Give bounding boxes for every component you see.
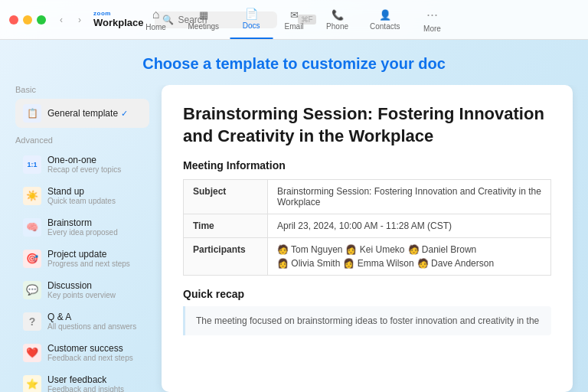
project-update-text: Project update Progress and next steps [47, 249, 142, 268]
project-update-name: Project update [47, 249, 142, 260]
subject-value: Brainstorming Session: Fostering Innovat… [268, 180, 551, 214]
participants-value: 🧑 Tom Nguyen 👩 Kei Umeko 🧑 Daniel Brown … [268, 238, 551, 276]
discussion-icon: 💬 [23, 281, 41, 299]
tab-email-label: Email [285, 22, 304, 31]
contacts-icon: 👤 [379, 9, 391, 21]
template-item-qa[interactable]: ? Q & A All questions and answers [15, 306, 149, 336]
back-button[interactable]: ‹ [54, 12, 69, 28]
doc-title: Brainstorming Session: Fostering Innovat… [183, 103, 551, 147]
advanced-section-label: Advanced [15, 136, 149, 145]
basic-section-label: Basic [15, 85, 149, 94]
time-value: April 23, 2024, 10:00 AM - 11:28 AM (CST… [268, 214, 551, 238]
template-item-one-on-one[interactable]: 1:1 One-on-one Recap of every topics [15, 149, 149, 179]
tab-meetings[interactable]: ▦ Meetings [178, 0, 230, 39]
discussion-name: Discussion [47, 280, 142, 291]
preview-pane: Brainstorming Session: Fostering Innovat… [162, 85, 573, 392]
forward-button[interactable]: › [72, 12, 87, 28]
standup-desc: Quick team updates [47, 197, 142, 205]
maximize-button[interactable] [37, 15, 46, 24]
template-item-standup[interactable]: ☀️ Stand up Quick team updates [15, 181, 149, 211]
template-item-customer-success[interactable]: ❤️ Customer success Feedback and next st… [15, 338, 149, 368]
brainstorm-text: Brainstorm Every idea proposed [47, 217, 142, 237]
template-item-general[interactable]: 📋 General template ✓ [15, 99, 149, 128]
table-row-participants: Participants 🧑 Tom Nguyen 👩 Kei Umeko 🧑 … [184, 238, 551, 276]
user-feedback-desc: Feedback and insights [47, 385, 142, 392]
tab-contacts-label: Contacts [370, 22, 400, 31]
time-label: Time [184, 214, 268, 238]
template-header: Choose a template to customize your doc [0, 40, 588, 85]
participants-label: Participants [184, 238, 268, 276]
project-update-icon: 🎯 [23, 250, 41, 268]
customer-success-name: Customer success [47, 343, 142, 354]
participant-kei: 👩 Kei Umeko [345, 244, 404, 255]
quick-recap-box: The meeting focused on brainstorming ide… [183, 306, 551, 335]
general-template-name: General template ✓ [47, 108, 142, 119]
meetings-icon: ▦ [199, 9, 208, 21]
general-template-icon: 📋 [23, 104, 41, 122]
brainstorm-icon: 🧠 [23, 218, 41, 237]
table-row-subject: Subject Brainstorming Session: Fostering… [184, 180, 551, 214]
tab-phone-label: Phone [326, 22, 348, 31]
traffic-lights [9, 15, 46, 24]
quick-recap-label: Quick recap [183, 288, 551, 300]
one-on-one-text: One-on-one Recap of every topics [47, 155, 142, 174]
discussion-desc: Key points overview [47, 291, 142, 299]
close-button[interactable] [9, 15, 18, 24]
user-feedback-name: User feedback [47, 374, 142, 385]
standup-icon: ☀️ [23, 187, 41, 205]
table-row-time: Time April 23, 2024, 10:00 AM - 11:28 AM… [184, 214, 551, 238]
participant-daniel: 🧑 Daniel Brown [408, 244, 477, 255]
titlebar: ‹ › zoom Workplace 🔍 ⌘F ⌂ Home ▦ Meeting… [0, 0, 588, 40]
tab-docs[interactable]: 📄 Docs [230, 0, 273, 39]
template-item-discussion[interactable]: 💬 Discussion Key points overview [15, 275, 149, 305]
participants-cell: 🧑 Tom Nguyen 👩 Kei Umeko 🧑 Daniel Brown … [277, 244, 541, 269]
project-update-desc: Progress and next steps [47, 260, 142, 268]
meeting-info-label: Meeting Information [183, 159, 551, 172]
minimize-button[interactable] [23, 15, 32, 24]
qa-icon: ? [23, 312, 41, 331]
tab-email[interactable]: ✉ Email [273, 0, 315, 39]
customer-success-icon: ❤️ [23, 344, 41, 362]
tab-phone[interactable]: 📞 Phone [315, 0, 359, 39]
user-feedback-text: User feedback Feedback and insights [47, 374, 142, 392]
email-icon: ✉ [290, 9, 299, 21]
home-icon: ⌂ [152, 8, 160, 21]
participant-dave: 🧑 Dave Anderson [417, 258, 494, 269]
checkmark-icon: ✓ [121, 109, 128, 119]
tab-meetings-label: Meetings [188, 22, 220, 31]
template-item-user-feedback[interactable]: ⭐ User feedback Feedback and insights [15, 369, 149, 392]
quick-recap-text: The meeting focused on brainstorming ide… [196, 314, 541, 328]
more-icon: ··· [426, 7, 438, 23]
tab-more[interactable]: ··· More [410, 0, 453, 39]
participant-tom: 🧑 Tom Nguyen [277, 244, 342, 255]
customer-success-text: Customer success Feedback and next steps [47, 343, 142, 362]
customer-success-desc: Feedback and next steps [47, 354, 142, 362]
page-heading: Choose a template to customize your doc [0, 55, 588, 73]
tab-home-label: Home [145, 23, 166, 31]
tab-home[interactable]: ⌂ Home [135, 0, 178, 39]
discussion-text: Discussion Key points overview [47, 280, 142, 299]
docs-icon: 📄 [245, 8, 258, 20]
tab-contacts[interactable]: 👤 Contacts [359, 0, 410, 39]
brainstorm-name: Brainstorm [47, 217, 142, 228]
tab-more-label: More [423, 24, 441, 33]
standup-text: Stand up Quick team updates [47, 186, 142, 205]
subject-label: Subject [184, 180, 268, 214]
standup-name: Stand up [47, 186, 142, 197]
qa-desc: All questions and answers [47, 322, 142, 331]
phone-icon: 📞 [332, 9, 344, 21]
tab-docs-label: Docs [243, 21, 260, 30]
qa-text: Q & A All questions and answers [47, 312, 142, 331]
one-on-one-desc: Recap of every topics [47, 165, 142, 174]
body-area: Basic 📋 General template ✓ Advanced 1:1 [0, 85, 588, 392]
template-item-project-update[interactable]: 🎯 Project update Progress and next steps [15, 243, 149, 273]
nav-tabs: ⌂ Home ▦ Meetings 📄 Docs ✉ Email 📞 Phone… [135, 0, 454, 39]
qa-name: Q & A [47, 312, 142, 322]
one-on-one-name: One-on-one [47, 155, 142, 165]
advanced-section: Advanced 1:1 One-on-one Recap of every t… [15, 136, 149, 392]
brainstorm-desc: Every idea proposed [47, 228, 142, 237]
general-template-text: General template ✓ [47, 108, 142, 119]
participant-olivia: 👩 Olivia Smith [277, 258, 340, 269]
nav-arrows: ‹ › [54, 12, 87, 28]
template-item-brainstorm[interactable]: 🧠 Brainstorm Every idea proposed [15, 212, 149, 242]
